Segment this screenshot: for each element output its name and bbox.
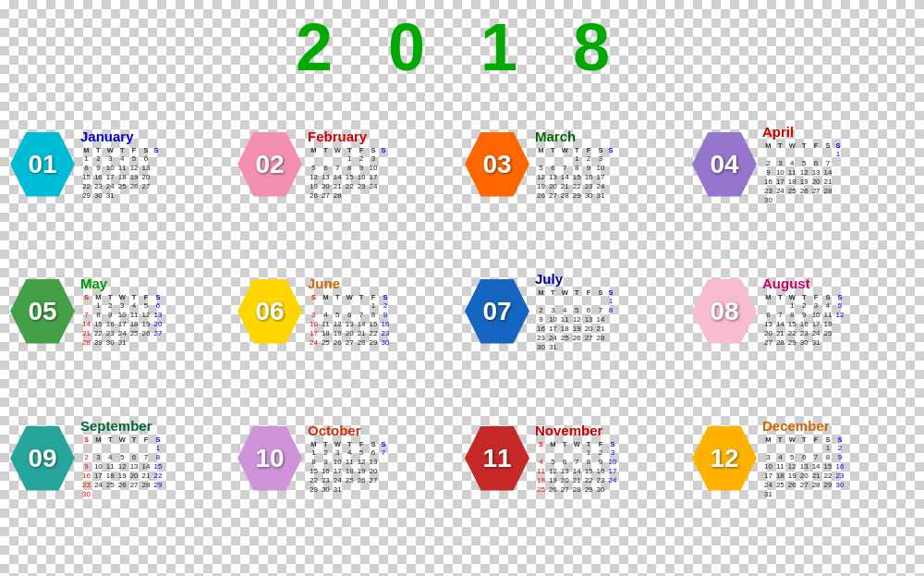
month-name-06: June [308,276,391,291]
month-badge-12: 12 [691,425,758,492]
month-badge-10: 10 [237,425,303,492]
month-name-02: February [308,129,387,144]
month-number-08: 08 [710,299,738,325]
month-badge-02: 02 [237,131,303,198]
month-badge-06: 06 [237,278,303,345]
cal-table-07: MTWTFSS123456789101112131416171819202123… [535,288,614,352]
cal-table-08: MTWTFSS123456789101112131415161718202122… [762,293,845,348]
month-info-10: OctoberMTWTFSS12345678910111213151617181… [308,423,387,495]
month-block-05: 05MaySMTWTFS1234567891011121314151617181… [9,239,233,383]
month-name-05: May [80,276,164,291]
months-grid: 01JanuaryMTWTFSS123456891011121315161718… [5,92,919,530]
month-badge-05: 05 [9,278,76,345]
month-badge-09: 09 [9,425,76,492]
month-number-11: 11 [482,446,511,472]
month-badge-03: 03 [464,131,530,198]
month-number-07: 07 [482,299,511,325]
month-block-06: 06JuneSMTWTFS123456789101112131415161718… [237,239,460,383]
month-number-06: 06 [255,299,284,325]
month-hexagon-12: 12 [692,426,757,491]
month-hexagon-05: 05 [10,279,75,344]
month-badge-07: 07 [464,278,530,345]
month-badge-01: 01 [9,131,76,198]
month-number-03: 03 [482,152,511,178]
month-hexagon-11: 11 [465,426,529,491]
month-hexagon-10: 10 [237,426,302,491]
month-block-02: 02FebruaryMTWTFSS12356789101213141516171… [237,92,460,236]
month-number-09: 09 [28,446,56,472]
cal-table-02: MTWTFSS123567891012131415161719202122232… [308,146,387,201]
month-number-02: 02 [255,152,284,178]
month-name-09: September [80,418,164,434]
cal-table-10: MTWTFSS123456789101112131516171819202223… [308,440,387,495]
month-block-03: 03MarchMTWTFSS12356789101213141516171920… [464,92,687,236]
cal-table-03: MTWTFSS123567891012131415161719202122232… [535,146,614,201]
month-hexagon-08: 08 [692,279,757,344]
month-number-12: 12 [710,446,738,472]
cal-table-11: SMTWTFS123456789101112131415161718192021… [535,440,618,495]
month-info-07: JulyMTWTFSS12345678910111213141617181920… [535,271,614,352]
month-number-01: 01 [28,152,56,178]
cal-table-04: MTWTFSS123456791011121314161718192021232… [762,141,842,205]
month-number-05: 05 [28,299,56,325]
month-name-04: April [762,124,842,140]
month-info-01: JanuaryMTWTFSS12345689101112131516171819… [80,129,160,201]
year-title: 2 0 1 8 [296,9,628,85]
month-info-03: MarchMTWTFSS1235678910121314151617192021… [535,129,614,201]
month-name-03: March [535,129,614,144]
month-hexagon-02: 02 [237,132,302,197]
month-block-12: 12DecemberMTWTFSS12345678910111213141516… [691,386,915,530]
month-block-09: 09SeptemberSMTWTFS1234567891011121314151… [9,386,233,530]
month-info-09: SeptemberSMTWTFS123456789101112131415161… [80,418,164,499]
month-number-04: 04 [710,152,738,178]
cal-table-12: MTWTFSS123456789101112131415161718192021… [762,435,845,499]
month-info-08: AugustMTWTFSS123456789101112131415161718… [762,276,845,348]
month-block-07: 07JulyMTWTFSS123456789101112131416171819… [464,239,687,383]
month-number-10: 10 [255,446,284,472]
month-block-10: 10OctoberMTWTFSS123456789101112131516171… [237,386,460,530]
month-badge-11: 11 [464,425,530,492]
month-info-12: DecemberMTWTFSS1234567891011121314151617… [762,418,845,499]
cal-table-09: SMTWTFS123456789101112131415161718192021… [80,435,164,499]
month-hexagon-01: 01 [10,132,75,197]
cal-table-06: SMTWTFS123456789101112131415161718192021… [308,293,391,348]
month-block-01: 01JanuaryMTWTFSS123456891011121315161718… [9,92,233,236]
month-name-07: July [535,271,614,287]
calendar-container: 2 0 1 8 01JanuaryMTWTFSS1234568910111213… [0,0,924,576]
month-badge-04: 04 [691,131,758,198]
month-block-04: 04AprilMTWTFSS12345679101112131416171819… [691,92,915,236]
month-info-11: NovemberSMTWTFS1234567891011121314151617… [535,423,618,495]
month-info-04: AprilMTWTFSS1234567910111213141617181920… [762,124,842,205]
cal-table-05: SMTWTFS123456789101112131415161718192021… [80,293,164,348]
month-name-08: August [762,276,845,291]
month-badge-08: 08 [691,278,758,345]
cal-table-01: MTWTFSS123456891011121315161718192022232… [80,146,160,201]
month-name-12: December [762,418,845,434]
month-name-11: November [535,423,618,438]
month-block-11: 11NovemberSMTWTFS12345678910111213141516… [464,386,687,530]
month-info-02: FebruaryMTWTFSS1235678910121314151617192… [308,129,387,201]
month-name-01: January [80,129,160,144]
month-name-10: October [308,423,387,438]
month-hexagon-04: 04 [692,132,757,197]
month-hexagon-03: 03 [465,132,529,197]
month-info-05: MaySMTWTFS123456789101112131415161718192… [80,276,164,348]
month-hexagon-07: 07 [465,279,529,344]
month-info-06: JuneSMTWTFS12345678910111213141516171819… [308,276,391,348]
month-block-08: 08AugustMTWTFSS1234567891011121314151617… [691,239,915,383]
month-hexagon-09: 09 [10,426,75,491]
month-hexagon-06: 06 [237,279,302,344]
